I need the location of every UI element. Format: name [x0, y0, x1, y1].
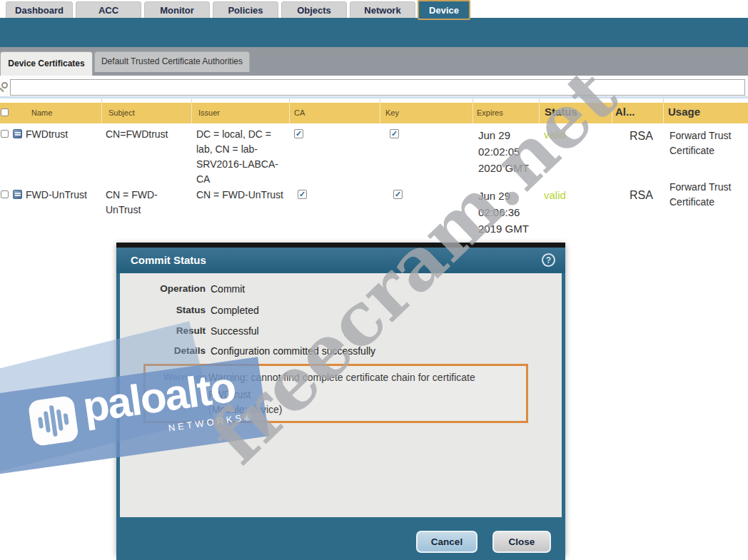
dialog-body: Operation Commit Status Completed Result… [120, 273, 562, 517]
cert-subject: CN=FWDtrust [106, 127, 168, 142]
tab-dashboard[interactable]: Dashboard [6, 1, 73, 19]
warning-text-line1: Warning: cannot find complete certificat… [208, 372, 526, 383]
cert-subject: CN = FWD-UnTrust [106, 188, 174, 218]
field-value-operation: Commit [211, 283, 245, 295]
warnings-box: Warnings Warning: cannot find complete c… [143, 364, 528, 423]
warning-text-line3: (Module: device) [208, 404, 283, 415]
cancel-button[interactable]: Cancel [416, 531, 477, 553]
key-checkbox[interactable]: ✓ [390, 129, 399, 138]
cert-issuer: DC = local, DC = lab, CN = lab-SRV2016-L… [196, 127, 286, 187]
cert-usage: Forward Trust Certificate [669, 180, 747, 210]
filter-bar [0, 76, 748, 98]
tab-monitor[interactable]: Monitor [144, 1, 210, 19]
ca-checkbox[interactable]: ✓ [298, 190, 307, 199]
dialog-title: Commit Status [116, 248, 565, 273]
row-select-checkbox[interactable] [1, 190, 9, 198]
field-value-details: Configuration committed successfully [211, 345, 375, 357]
divider [0, 96, 748, 98]
certificate-icon [13, 190, 22, 199]
field-value-result: Successful [211, 325, 259, 337]
col-header-status[interactable]: Status [545, 106, 577, 118]
commit-status-dialog: Commit Status ? Operation Commit Status … [116, 243, 565, 555]
tab-network[interactable]: Network [350, 1, 415, 19]
cert-name[interactable]: FWD-UnTrust [26, 188, 87, 203]
warning-text-line2: FWDtrust [208, 389, 251, 400]
col-header-subject[interactable]: Subject [108, 108, 135, 117]
table-header: Name Subject Issuer CA Key Expires Statu… [0, 103, 748, 123]
search-icon [1, 82, 8, 88]
tab-acc[interactable]: ACC [76, 1, 141, 19]
col-header-expires[interactable]: Expires [477, 108, 503, 117]
tab-device[interactable]: Device [418, 0, 470, 20]
status-badge: valid [544, 127, 566, 142]
ca-checkbox[interactable]: ✓ [294, 129, 303, 138]
status-badge: valid [544, 188, 566, 203]
top-teal-band [0, 18, 748, 47]
col-header-name[interactable]: Name [31, 108, 52, 117]
field-label-warnings: Warnings [153, 372, 207, 382]
cert-expires: Jun 29 02:06:36 2019 GMT [478, 188, 544, 237]
field-label-status: Status [120, 305, 206, 315]
cert-issuer: CN = FWD-UnTrust [196, 188, 296, 203]
tab-policies[interactable]: Policies [213, 1, 278, 19]
subtab-device-certificates[interactable]: Device Certificates [0, 51, 93, 76]
help-icon[interactable]: ? [542, 253, 555, 267]
col-header-issuer[interactable]: Issuer [198, 108, 220, 117]
paloalto-logo-icon [28, 395, 79, 447]
cert-expires: Jun 29 02:02:05 2020 GMT [478, 127, 544, 176]
cert-usage: Forward Trust Certificate [669, 128, 747, 158]
select-all-checkbox[interactable] [1, 108, 9, 116]
col-header-usage[interactable]: Usage [668, 106, 700, 118]
key-checkbox[interactable]: ✓ [393, 190, 403, 199]
field-label-result: Result [120, 325, 206, 336]
field-label-operation: Operation [120, 283, 206, 294]
row-select-checkbox[interactable] [1, 130, 9, 138]
cert-algorithm: RSA [630, 188, 653, 203]
subtab-default-trusted-cas[interactable]: Default Trusted Certificate Authorities [94, 51, 250, 72]
field-value-status: Completed [211, 305, 259, 316]
certificate-icon [13, 129, 22, 138]
field-label-details: Details [120, 345, 206, 356]
cert-name[interactable]: FWDtrust [26, 127, 68, 142]
col-header-algorithm[interactable]: Al... [615, 106, 635, 118]
certificate-filter-input[interactable] [10, 79, 745, 96]
dialog-footer: Cancel Close [116, 522, 565, 560]
pan-os-screen: Dashboard ACC Monitor Policies Objects N… [0, 0, 748, 560]
col-header-ca[interactable]: CA [294, 108, 305, 117]
close-button[interactable]: Close [492, 531, 551, 553]
col-header-key[interactable]: Key [385, 108, 399, 117]
tab-objects[interactable]: Objects [281, 1, 347, 19]
cert-algorithm: RSA [630, 128, 653, 143]
